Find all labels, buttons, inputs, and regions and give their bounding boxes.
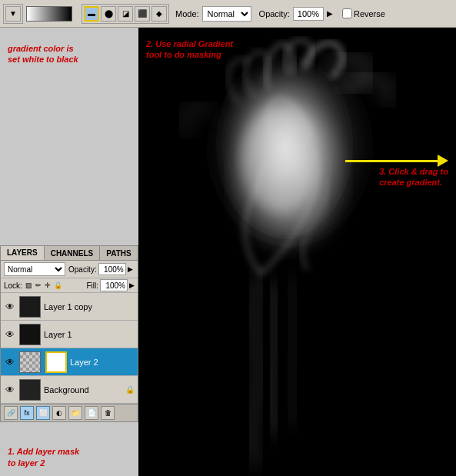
opacity-input[interactable] <box>293 7 324 21</box>
opacity-label: Opacity: <box>259 9 290 18</box>
layers-panel: LAYERS CHANNELS PATHS ≡ Normal Opacity: … <box>0 245 138 422</box>
opacity-arrow[interactable]: ▶ <box>128 265 133 273</box>
add-mask-btn[interactable]: ⬜ <box>36 406 50 420</box>
layers-bottom-bar: 🔗 fx ⬜ ◐ 📁 📄 🗑 <box>1 404 138 421</box>
tab-channels[interactable]: CHANNELS <box>45 246 101 260</box>
gradient-type-group: ▬ ⬤ ◪ ⬛ ◆ <box>82 4 169 24</box>
opacity-value[interactable] <box>98 263 126 275</box>
angle-gradient-btn[interactable]: ◪ <box>118 6 133 22</box>
layers-controls: Normal Opacity: ▶ <box>1 261 138 278</box>
yellow-arrow-group <box>345 155 448 167</box>
eye-icon-layer1copy[interactable]: 👁 <box>4 301 16 313</box>
eye-icon-layer1[interactable]: 👁 <box>4 328 16 341</box>
arrow-btn[interactable]: ▶ <box>327 9 333 18</box>
lock-paint-icon[interactable]: ✏ <box>35 281 42 289</box>
layer-name-layer2: Layer 2 <box>70 358 135 367</box>
fill-arrow[interactable]: ▶ <box>129 281 135 289</box>
eye-icon-background[interactable]: 👁 <box>4 384 16 396</box>
linear-gradient-btn[interactable]: ▬ <box>84 6 99 22</box>
tab-paths[interactable]: PATHS <box>100 246 138 260</box>
yellow-arrow-line <box>345 160 438 162</box>
add-group-btn[interactable]: 📁 <box>68 406 82 420</box>
reverse-check-group: Reverse <box>342 8 385 18</box>
radial-gradient-btn[interactable]: ⬤ <box>101 6 116 22</box>
smoke-canvas-svg <box>138 28 456 476</box>
layer-name-layer1: Layer 1 <box>44 330 135 339</box>
thumb-layer1copy <box>19 296 41 318</box>
preset-btn[interactable]: ▼ <box>5 6 21 22</box>
svg-point-4 <box>261 151 323 228</box>
thumb-background <box>19 379 41 401</box>
opacity-ctrl: Opacity: ▶ <box>68 263 133 275</box>
lock-transparent-icon[interactable]: ▨ <box>25 281 32 289</box>
background-lock-icon: 🔒 <box>125 385 135 394</box>
fill-ctrl: Fill: ▶ <box>86 279 135 291</box>
mode-label: Mode: <box>175 9 199 18</box>
annotation-gradient: gradient color isset white to black <box>8 43 115 65</box>
new-layer-btn[interactable]: 📄 <box>85 406 98 420</box>
reflected-gradient-btn[interactable]: ⬛ <box>135 6 150 22</box>
thumb-layer2 <box>19 351 41 373</box>
left-panel: gradient color isset white to black LAYE… <box>0 28 138 476</box>
fill-value[interactable] <box>100 279 128 291</box>
layer-item-layer1copy[interactable]: 👁 Layer 1 copy <box>1 293 138 321</box>
eye-icon-layer2[interactable]: 👁 <box>4 356 16 368</box>
blend-mode-select[interactable]: Normal <box>4 262 65 276</box>
delete-layer-btn[interactable]: 🗑 <box>101 406 115 420</box>
add-adjustment-btn[interactable]: ◐ <box>52 406 66 420</box>
tab-layers[interactable]: LAYERS <box>1 246 45 260</box>
mode-select[interactable]: Normal Multiply Screen <box>202 6 251 22</box>
link-layers-btn[interactable]: 🔗 <box>4 406 18 420</box>
fill-label: Fill: <box>86 281 98 290</box>
annotation-layer-mask: 1. Add layer maskto layer 2 <box>8 446 115 468</box>
thumb-layer1 <box>19 324 41 345</box>
layers-tabs: LAYERS CHANNELS PATHS ≡ <box>1 246 138 261</box>
annotation-radial-gradient: 2. Use radial Gradienttool to do masking <box>146 38 233 61</box>
lock-label: Lock: <box>4 281 22 290</box>
mask-thumb-layer2 <box>45 351 67 373</box>
layer-item-layer2[interactable]: 👁 Layer 2 <box>1 348 138 376</box>
reverse-label: Reverse <box>354 9 385 18</box>
annotation-drag: 3. Click & drag tocreate gradient. <box>379 166 448 188</box>
opacity-ctrl-label: Opacity: <box>68 265 97 274</box>
layer-item-background[interactable]: 👁 Background 🔒 <box>1 376 138 404</box>
top-toolbar: ▼ ▬ ⬤ ◪ ⬛ ◆ Mode: Normal Multiply Screen… <box>0 0 456 28</box>
layer-item-layer1[interactable]: 👁 Layer 1 <box>1 321 138 348</box>
main-area: gradient color isset white to black LAYE… <box>0 28 456 476</box>
fx-btn[interactable]: fx <box>20 406 34 420</box>
preset-picker[interactable]: ▼ <box>3 4 23 24</box>
canvas-area: 2. Use radial Gradienttool to do masking… <box>138 28 456 476</box>
reverse-checkbox[interactable] <box>342 8 352 18</box>
layer-name-background: Background <box>44 385 122 394</box>
diamond-gradient-btn[interactable]: ◆ <box>151 6 167 22</box>
layer-name-layer1copy: Layer 1 copy <box>44 302 135 311</box>
yellow-arrow-head <box>438 155 448 167</box>
gradient-preview[interactable] <box>26 6 72 22</box>
lock-move-icon[interactable]: ✛ <box>45 281 51 289</box>
lock-all-icon[interactable]: 🔒 <box>54 281 62 289</box>
lock-row: Lock: ▨ ✏ ✛ 🔒 Fill: ▶ <box>1 278 138 293</box>
